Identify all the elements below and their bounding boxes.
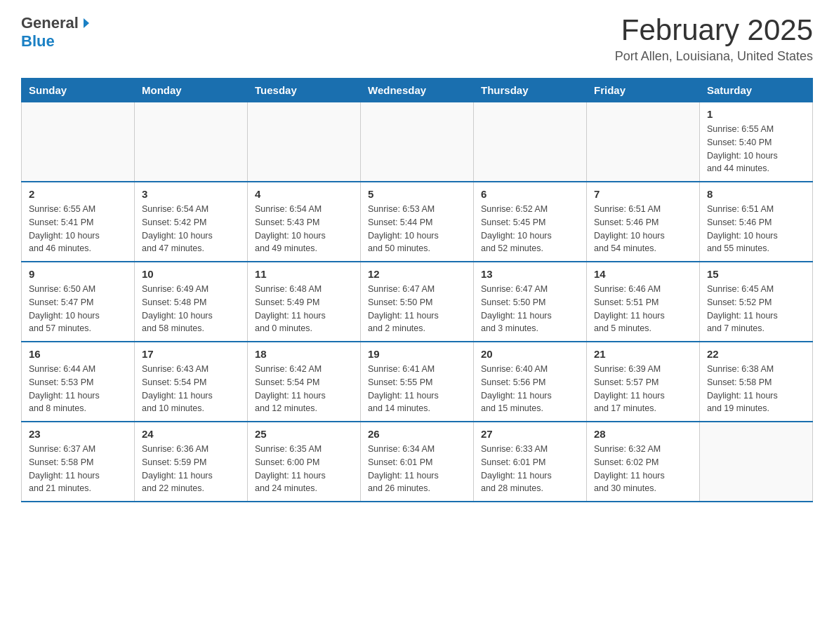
day-number: 7 (594, 188, 692, 200)
day-number: 13 (481, 268, 579, 280)
day-info: Sunrise: 6:55 AM Sunset: 5:41 PM Dayligh… (29, 203, 127, 255)
day-info: Sunrise: 6:43 AM Sunset: 5:54 PM Dayligh… (142, 363, 240, 415)
day-number: 23 (29, 428, 127, 440)
calendar-week-4: 16Sunrise: 6:44 AM Sunset: 5:53 PM Dayli… (22, 342, 813, 422)
day-number: 10 (142, 268, 240, 280)
calendar-table: SundayMondayTuesdayWednesdayThursdayFrid… (21, 78, 813, 502)
calendar-header-saturday: Saturday (700, 79, 813, 102)
calendar-day: 23Sunrise: 6:37 AM Sunset: 5:58 PM Dayli… (22, 422, 135, 502)
calendar-week-2: 2Sunrise: 6:55 AM Sunset: 5:41 PM Daylig… (22, 182, 813, 262)
calendar-week-1: 1Sunrise: 6:55 AM Sunset: 5:40 PM Daylig… (22, 102, 813, 182)
calendar-header-sunday: Sunday (22, 79, 135, 102)
day-number: 24 (142, 428, 240, 440)
calendar-day: 9Sunrise: 6:50 AM Sunset: 5:47 PM Daylig… (22, 262, 135, 342)
calendar-day: 16Sunrise: 6:44 AM Sunset: 5:53 PM Dayli… (22, 342, 135, 422)
calendar-header-wednesday: Wednesday (361, 79, 474, 102)
day-number: 5 (368, 188, 466, 200)
calendar-day: 27Sunrise: 6:33 AM Sunset: 6:01 PM Dayli… (474, 422, 587, 502)
logo-arrow-icon (80, 17, 93, 29)
day-number: 12 (368, 268, 466, 280)
day-info: Sunrise: 6:54 AM Sunset: 5:43 PM Dayligh… (255, 203, 353, 255)
svg-marker-0 (84, 18, 89, 28)
day-number: 25 (255, 428, 353, 440)
day-number: 9 (29, 268, 127, 280)
day-number: 21 (594, 348, 692, 360)
day-number: 20 (481, 348, 579, 360)
calendar-day: 21Sunrise: 6:39 AM Sunset: 5:57 PM Dayli… (587, 342, 700, 422)
day-number: 26 (368, 428, 466, 440)
day-number: 19 (368, 348, 466, 360)
day-number: 8 (707, 188, 805, 200)
calendar-day: 19Sunrise: 6:41 AM Sunset: 5:55 PM Dayli… (361, 342, 474, 422)
day-number: 1 (707, 108, 805, 120)
day-info: Sunrise: 6:41 AM Sunset: 5:55 PM Dayligh… (368, 363, 466, 415)
calendar-day: 15Sunrise: 6:45 AM Sunset: 5:52 PM Dayli… (700, 262, 813, 342)
day-number: 11 (255, 268, 353, 280)
day-info: Sunrise: 6:45 AM Sunset: 5:52 PM Dayligh… (707, 283, 805, 335)
day-info: Sunrise: 6:33 AM Sunset: 6:01 PM Dayligh… (481, 443, 579, 495)
day-info: Sunrise: 6:55 AM Sunset: 5:40 PM Dayligh… (707, 123, 805, 175)
calendar-day: 22Sunrise: 6:38 AM Sunset: 5:58 PM Dayli… (700, 342, 813, 422)
calendar-day: 13Sunrise: 6:47 AM Sunset: 5:50 PM Dayli… (474, 262, 587, 342)
day-info: Sunrise: 6:53 AM Sunset: 5:44 PM Dayligh… (368, 203, 466, 255)
day-number: 16 (29, 348, 127, 360)
logo: General Blue (21, 14, 93, 51)
day-info: Sunrise: 6:49 AM Sunset: 5:48 PM Dayligh… (142, 283, 240, 335)
day-number: 15 (707, 268, 805, 280)
day-info: Sunrise: 6:50 AM Sunset: 5:47 PM Dayligh… (29, 283, 127, 335)
day-number: 6 (481, 188, 579, 200)
calendar-day: 5Sunrise: 6:53 AM Sunset: 5:44 PM Daylig… (361, 182, 474, 262)
calendar-day: 18Sunrise: 6:42 AM Sunset: 5:54 PM Dayli… (248, 342, 361, 422)
day-number: 27 (481, 428, 579, 440)
calendar-day: 11Sunrise: 6:48 AM Sunset: 5:49 PM Dayli… (248, 262, 361, 342)
day-info: Sunrise: 6:42 AM Sunset: 5:54 PM Dayligh… (255, 363, 353, 415)
calendar-day: 3Sunrise: 6:54 AM Sunset: 5:42 PM Daylig… (135, 182, 248, 262)
calendar-day: 6Sunrise: 6:52 AM Sunset: 5:45 PM Daylig… (474, 182, 587, 262)
day-number: 17 (142, 348, 240, 360)
calendar-day: 2Sunrise: 6:55 AM Sunset: 5:41 PM Daylig… (22, 182, 135, 262)
day-info: Sunrise: 6:40 AM Sunset: 5:56 PM Dayligh… (481, 363, 579, 415)
day-number: 28 (594, 428, 692, 440)
calendar-day (135, 102, 248, 182)
page-header: General Blue February 2025 Port Allen, L… (21, 14, 813, 64)
day-number: 22 (707, 348, 805, 360)
calendar-header-monday: Monday (135, 79, 248, 102)
calendar-day: 10Sunrise: 6:49 AM Sunset: 5:48 PM Dayli… (135, 262, 248, 342)
calendar-day (22, 102, 135, 182)
calendar-day: 20Sunrise: 6:40 AM Sunset: 5:56 PM Dayli… (474, 342, 587, 422)
calendar-day: 14Sunrise: 6:46 AM Sunset: 5:51 PM Dayli… (587, 262, 700, 342)
day-info: Sunrise: 6:34 AM Sunset: 6:01 PM Dayligh… (368, 443, 466, 495)
calendar-day: 28Sunrise: 6:32 AM Sunset: 6:02 PM Dayli… (587, 422, 700, 502)
day-number: 14 (594, 268, 692, 280)
day-number: 4 (255, 188, 353, 200)
calendar-day: 8Sunrise: 6:51 AM Sunset: 5:46 PM Daylig… (700, 182, 813, 262)
calendar-header-tuesday: Tuesday (248, 79, 361, 102)
day-info: Sunrise: 6:47 AM Sunset: 5:50 PM Dayligh… (481, 283, 579, 335)
calendar-day: 17Sunrise: 6:43 AM Sunset: 5:54 PM Dayli… (135, 342, 248, 422)
day-info: Sunrise: 6:36 AM Sunset: 5:59 PM Dayligh… (142, 443, 240, 495)
calendar-day: 26Sunrise: 6:34 AM Sunset: 6:01 PM Dayli… (361, 422, 474, 502)
day-info: Sunrise: 6:38 AM Sunset: 5:58 PM Dayligh… (707, 363, 805, 415)
calendar-header-friday: Friday (587, 79, 700, 102)
logo-blue-text: Blue (21, 32, 55, 51)
day-info: Sunrise: 6:46 AM Sunset: 5:51 PM Dayligh… (594, 283, 692, 335)
calendar-day (361, 102, 474, 182)
day-number: 2 (29, 188, 127, 200)
calendar-day (700, 422, 813, 502)
day-info: Sunrise: 6:48 AM Sunset: 5:49 PM Dayligh… (255, 283, 353, 335)
calendar-header-thursday: Thursday (474, 79, 587, 102)
day-info: Sunrise: 6:52 AM Sunset: 5:45 PM Dayligh… (481, 203, 579, 255)
day-info: Sunrise: 6:44 AM Sunset: 5:53 PM Dayligh… (29, 363, 127, 415)
calendar-day: 24Sunrise: 6:36 AM Sunset: 5:59 PM Dayli… (135, 422, 248, 502)
calendar-week-3: 9Sunrise: 6:50 AM Sunset: 5:47 PM Daylig… (22, 262, 813, 342)
day-info: Sunrise: 6:51 AM Sunset: 5:46 PM Dayligh… (594, 203, 692, 255)
day-info: Sunrise: 6:37 AM Sunset: 5:58 PM Dayligh… (29, 443, 127, 495)
calendar-day (248, 102, 361, 182)
location-text: Port Allen, Louisiana, United States (615, 49, 813, 64)
calendar-day (474, 102, 587, 182)
month-title: February 2025 (615, 14, 813, 46)
day-number: 18 (255, 348, 353, 360)
day-number: 3 (142, 188, 240, 200)
day-info: Sunrise: 6:35 AM Sunset: 6:00 PM Dayligh… (255, 443, 353, 495)
title-section: February 2025 Port Allen, Louisiana, Uni… (615, 14, 813, 64)
